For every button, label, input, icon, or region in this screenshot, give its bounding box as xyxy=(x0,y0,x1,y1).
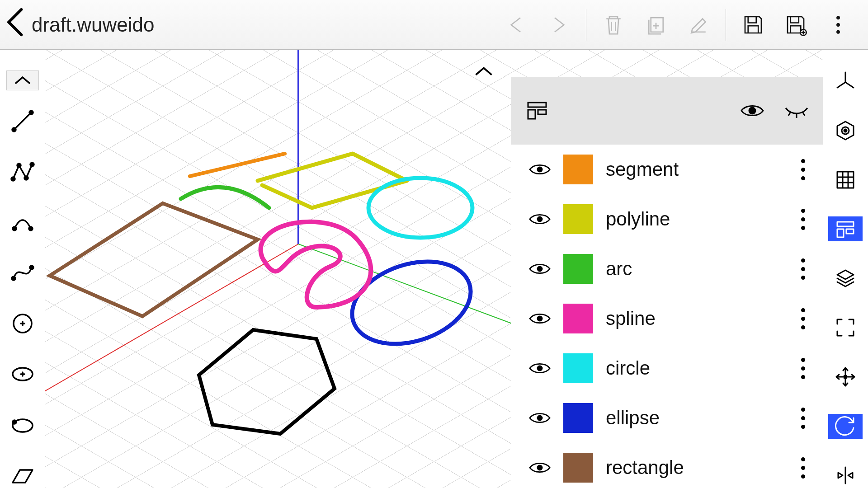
layer-color-swatch[interactable] xyxy=(563,254,593,284)
visibility-toggle-icon[interactable] xyxy=(529,407,551,429)
axes-view-button[interactable] xyxy=(828,69,863,94)
layer-color-swatch[interactable] xyxy=(563,403,593,433)
more-menu-button[interactable] xyxy=(819,5,857,45)
fullscreen-button[interactable] xyxy=(828,315,863,340)
svg-point-30 xyxy=(537,316,543,322)
rotate-button[interactable] xyxy=(828,414,863,439)
line-tool[interactable] xyxy=(9,108,36,134)
visibility-toggle-icon[interactable] xyxy=(529,208,551,230)
divider xyxy=(726,9,726,41)
layer-menu-button[interactable] xyxy=(794,455,812,481)
x-axis xyxy=(45,244,298,407)
svg-point-32 xyxy=(537,415,543,421)
point-circle-tool[interactable] xyxy=(9,412,36,437)
visibility-toggle-icon[interactable] xyxy=(529,357,551,379)
svg-rect-36 xyxy=(837,222,854,226)
save-as-button[interactable] xyxy=(777,5,815,45)
layer-color-swatch[interactable] xyxy=(563,353,593,383)
redo-button[interactable] xyxy=(540,5,578,45)
svg-point-35 xyxy=(844,129,847,132)
shape-ellipse[interactable] xyxy=(341,247,481,358)
layers-structure-icon[interactable] xyxy=(524,97,551,124)
svg-point-22 xyxy=(13,420,16,424)
layers-panel: segment polyline arc spline circle ellip… xyxy=(511,77,823,488)
hide-all-icon[interactable] xyxy=(783,97,810,124)
divider xyxy=(586,9,586,41)
layer-color-swatch[interactable] xyxy=(563,453,593,483)
svg-point-31 xyxy=(537,366,543,371)
show-all-icon[interactable] xyxy=(739,97,766,124)
layer-menu-button[interactable] xyxy=(794,306,812,332)
rectangle-tool[interactable] xyxy=(9,463,36,488)
layer-row[interactable]: rectangle xyxy=(511,443,823,488)
polyline-tool[interactable] xyxy=(9,159,36,184)
layers-panel-header xyxy=(511,77,823,145)
layer-row[interactable]: circle xyxy=(511,343,823,393)
layer-menu-button[interactable] xyxy=(794,256,812,282)
layer-menu-button[interactable] xyxy=(794,405,812,431)
svg-rect-23 xyxy=(528,103,546,107)
layer-label: circle xyxy=(606,357,781,379)
shape-hexagon[interactable] xyxy=(199,330,335,434)
shape-segment[interactable] xyxy=(190,154,285,176)
svg-point-28 xyxy=(537,216,543,222)
layer-label: segment xyxy=(606,159,781,180)
svg-point-27 xyxy=(537,167,543,173)
svg-rect-24 xyxy=(528,110,535,119)
insert-frame-button[interactable] xyxy=(637,5,675,45)
layer-row[interactable]: spline xyxy=(511,294,823,343)
svg-point-33 xyxy=(537,465,543,471)
svg-point-2 xyxy=(836,23,840,27)
document-title: draft.wuweido xyxy=(32,14,154,36)
layer-menu-button[interactable] xyxy=(794,206,812,232)
layer-color-swatch[interactable] xyxy=(563,155,593,184)
save-button[interactable] xyxy=(734,5,772,45)
layer-label: arc xyxy=(606,258,781,280)
edit-button[interactable] xyxy=(679,5,717,45)
svg-rect-39 xyxy=(844,375,847,379)
visibility-toggle-icon[interactable] xyxy=(529,258,551,280)
svg-rect-25 xyxy=(538,110,546,114)
stack-button[interactable] xyxy=(828,266,863,291)
layer-label: spline xyxy=(606,308,781,329)
delete-button[interactable] xyxy=(594,5,632,45)
shape-arc[interactable] xyxy=(181,187,269,208)
layer-label: polyline xyxy=(606,208,781,230)
panel-collapse-button[interactable] xyxy=(470,62,497,80)
ellipse-tool[interactable] xyxy=(9,361,36,387)
spline-tool[interactable] xyxy=(9,260,36,286)
layer-color-swatch[interactable] xyxy=(563,204,593,234)
layer-row[interactable]: arc xyxy=(511,244,823,294)
layer-menu-button[interactable] xyxy=(794,356,812,381)
top-bar: draft.wuweido xyxy=(0,0,868,50)
svg-rect-38 xyxy=(846,229,854,234)
svg-point-1 xyxy=(836,16,840,19)
analyze-button[interactable] xyxy=(828,118,863,143)
arc-tool[interactable] xyxy=(9,210,36,235)
layers-toggle-button[interactable] xyxy=(828,216,863,241)
layer-menu-button[interactable] xyxy=(794,157,812,183)
layer-color-swatch[interactable] xyxy=(563,304,593,333)
svg-point-26 xyxy=(749,108,755,114)
layer-row[interactable]: polyline xyxy=(511,194,823,244)
shape-circle[interactable] xyxy=(368,178,472,238)
layer-row[interactable]: ellipse xyxy=(511,393,823,443)
layer-row[interactable]: segment xyxy=(511,145,823,194)
visibility-toggle-icon[interactable] xyxy=(529,159,551,180)
layer-label: rectangle xyxy=(606,457,781,479)
visibility-toggle-icon[interactable] xyxy=(529,308,551,329)
visibility-toggle-icon[interactable] xyxy=(529,457,551,479)
circle-tool[interactable] xyxy=(9,311,36,336)
shape-rectangle[interactable] xyxy=(50,203,258,316)
back-button[interactable] xyxy=(0,6,32,43)
shape-polyline[interactable] xyxy=(258,154,407,208)
move-button[interactable] xyxy=(828,365,863,389)
grid-button[interactable] xyxy=(828,167,863,192)
svg-line-6 xyxy=(15,113,30,129)
right-toolbar xyxy=(823,50,868,488)
y-axis xyxy=(298,244,529,330)
mirror-button[interactable] xyxy=(828,463,863,488)
svg-rect-37 xyxy=(837,229,844,237)
top-actions xyxy=(497,5,868,45)
undo-button[interactable] xyxy=(497,5,535,45)
